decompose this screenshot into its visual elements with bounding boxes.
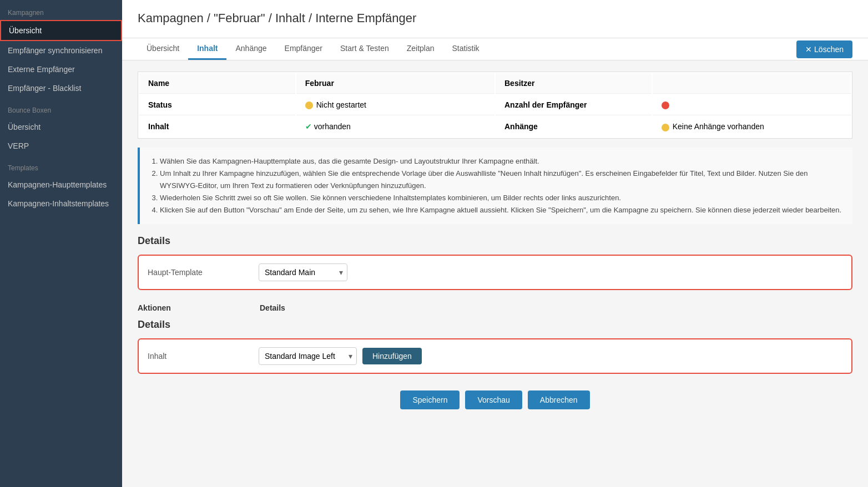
info-table-header: Februar xyxy=(296,73,494,94)
haupt-template-row: Haupt-Template Standard MainTemplate 2Te… xyxy=(148,263,842,281)
info-row-label1: Inhalt xyxy=(139,116,295,136)
info-row-value1: Nicht gestartet xyxy=(296,95,494,115)
details-heading-1: Details xyxy=(138,235,852,247)
sidebar-item-empfaenger-sync[interactable]: Empfänger synchronisieren xyxy=(0,41,122,60)
info-list-item-2: Wiederholen Sie Schritt zwei so oft Sie … xyxy=(160,192,842,204)
tab-anhaenge[interactable]: Anhänge xyxy=(226,38,275,60)
inhalt-box: Inhalt Standard Image LeftStandard Image… xyxy=(138,338,852,374)
hinzufuegen-button[interactable]: Hinzufügen xyxy=(362,348,422,364)
info-table-header: Name xyxy=(139,73,295,94)
tab-inhalt[interactable]: Inhalt xyxy=(188,38,226,60)
tab-zeitplan[interactable]: Zeitplan xyxy=(398,38,443,60)
col-aktionen: Aktionen xyxy=(138,303,249,312)
breadcrumb: Kampagnen / "Februar" / Inhalt / Interne… xyxy=(138,11,852,26)
tab-uebersicht[interactable]: Übersicht xyxy=(138,38,188,60)
tab-statistik[interactable]: Statistik xyxy=(443,38,488,60)
info-row-label2: Anzahl der Empfänger xyxy=(496,95,652,115)
sidebar: KampagnenÜbersichtEmpfänger synchronisie… xyxy=(0,0,122,487)
info-row-label1: Status xyxy=(139,95,295,115)
info-row-value2: Keine Anhänge vorhanden xyxy=(653,116,851,136)
inhalt-select[interactable]: Standard Image LeftStandard Image RightS… xyxy=(259,347,357,365)
col-details: Details xyxy=(260,303,852,312)
haupt-template-select-wrapper: Standard MainTemplate 2Template 3 xyxy=(259,263,347,281)
info-table-header: Besitzer xyxy=(496,73,652,94)
info-row-value2 xyxy=(653,95,851,115)
col-headers: Aktionen Details xyxy=(138,299,852,317)
sidebar-section-label: Kampagnen xyxy=(0,0,122,20)
sidebar-item-kampagnen-inhaltstemplates[interactable]: Kampagnen-Inhaltstemplates xyxy=(0,194,122,213)
sidebar-section-label: Bounce Boxen xyxy=(0,98,122,118)
info-list-item-0: Wählen Sie das Kampagnen-Haupttemplate a… xyxy=(160,155,842,168)
status-dot-yellow2 xyxy=(662,124,669,131)
details-section-2: Details Inhalt Standard Image LeftStanda… xyxy=(138,319,852,374)
vorschau-button[interactable]: Vorschau xyxy=(465,390,522,409)
info-row-value1: ✔vorhanden xyxy=(296,116,494,136)
status-dot-red xyxy=(662,102,669,109)
delete-button[interactable]: ✕ Löschen xyxy=(796,40,852,58)
sidebar-section-label: Templates xyxy=(0,155,122,175)
haupt-template-box: Haupt-Template Standard MainTemplate 2Te… xyxy=(138,255,852,290)
sidebar-item-externe-empfaenger[interactable]: Externe Empfänger xyxy=(0,60,122,79)
haupt-template-select[interactable]: Standard MainTemplate 2Template 3 xyxy=(259,263,347,281)
page-header: Kampagnen / "Februar" / Inhalt / Interne… xyxy=(122,0,868,38)
bottom-buttons: Speichern Vorschau Abbrechen xyxy=(138,379,852,415)
info-table-header xyxy=(653,73,851,94)
sidebar-item-bounce-uebersicht[interactable]: Übersicht xyxy=(0,118,122,136)
inhalt-label: Inhalt xyxy=(148,352,259,361)
info-list-item-1: Um Inhalt zu Ihrer Kampagne hinzuzufügen… xyxy=(160,168,842,192)
status-dot-yellow xyxy=(305,102,313,109)
info-row-label2: Anhänge xyxy=(496,116,652,136)
tabs-row: ÜbersichtInhaltAnhängeEmpfängerStart & T… xyxy=(122,38,868,60)
inhalt-select-wrapper: Standard Image LeftStandard Image RightS… xyxy=(259,347,357,365)
tab-empfaenger[interactable]: Empfänger xyxy=(276,38,331,60)
content-area: NameFebruarBesitzerStatusNicht gestartet… xyxy=(122,60,868,487)
tab-start-testen[interactable]: Start & Testen xyxy=(331,38,398,60)
info-table: NameFebruarBesitzerStatusNicht gestartet… xyxy=(138,72,852,139)
main-content: Kampagnen / "Februar" / Inhalt / Interne… xyxy=(122,0,868,487)
check-icon: ✔ xyxy=(305,122,312,131)
sidebar-item-uebersicht[interactable]: Übersicht xyxy=(0,20,122,41)
haupt-template-label: Haupt-Template xyxy=(148,268,259,277)
sidebar-item-empfaenger-blacklist[interactable]: Empfänger - Blacklist xyxy=(0,79,122,98)
details-heading-2: Details xyxy=(138,319,852,331)
abbrechen-button[interactable]: Abbrechen xyxy=(528,390,590,409)
info-list-item-3: Klicken Sie auf den Button "Vorschau" am… xyxy=(160,204,842,216)
sidebar-item-verp[interactable]: VERP xyxy=(0,136,122,155)
details-section-1: Details Haupt-Template Standard MainTemp… xyxy=(138,235,852,290)
sidebar-item-kampagnen-haupttemplates[interactable]: Kampagnen-Haupttemplates xyxy=(0,175,122,194)
inhalt-row: Inhalt Standard Image LeftStandard Image… xyxy=(148,347,842,365)
tabs: ÜbersichtInhaltAnhängeEmpfängerStart & T… xyxy=(138,38,488,60)
speichern-button[interactable]: Speichern xyxy=(400,390,460,409)
info-box: Wählen Sie das Kampagnen-Haupttemplate a… xyxy=(138,148,852,224)
